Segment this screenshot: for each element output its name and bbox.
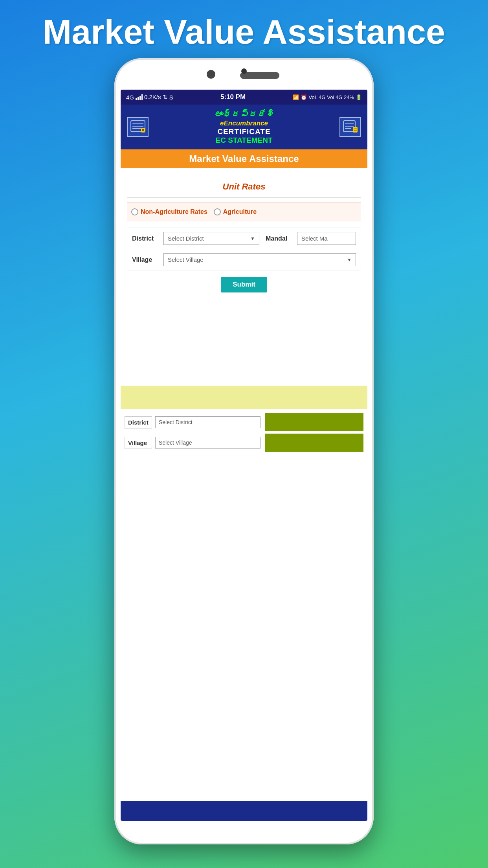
signal-icon: 📶	[293, 94, 299, 100]
unit-rates-title: Unit Rates	[127, 176, 361, 198]
orange-banner: Market Value Assistance	[121, 149, 367, 168]
bottom-district-row: District Select District	[125, 413, 363, 431]
bottom-yellow-section	[121, 386, 367, 409]
header-enc: eEncumbrance	[153, 120, 335, 127]
header-icon-left	[127, 117, 149, 137]
phone-screen: 4G 0.2K/s ⇅ S 5:10 PM 📶 ⏰ VoL 4G Vol 4G …	[121, 90, 367, 821]
header-cert: CERTIFICATE	[153, 127, 335, 136]
signal-bar-3	[139, 96, 141, 100]
bottom-village-row: Village Select Village	[125, 434, 363, 452]
village-chevron-down-icon: ▼	[347, 257, 352, 263]
signal-bar-1	[136, 98, 137, 100]
app-header: ఆంధ్రప్రదేశ్ eEncumbrance CERTIFICATE EC…	[121, 105, 367, 149]
bottom-district-select-text: Select District	[159, 419, 193, 425]
battery-percent: Vol 4G 24%	[327, 94, 354, 100]
district-select-wrapper[interactable]: Select District ▼	[163, 232, 259, 245]
status-right: 📶 ⏰ VoL 4G Vol 4G 24% 🔋	[293, 94, 362, 100]
mandal-label: Mandal	[266, 235, 293, 242]
header-ec: EC STATEMENT	[153, 136, 335, 145]
bottom-village-select[interactable]: Select Village	[155, 437, 261, 449]
status-bar: 4G 0.2K/s ⇅ S 5:10 PM 📶 ⏰ VoL 4G Vol 4G …	[121, 90, 367, 105]
district-label: District	[132, 235, 160, 242]
village-select-wrapper[interactable]: Select Village ▼	[163, 253, 356, 266]
mandal-select-text: Select Ma	[301, 235, 352, 242]
status-left: 4G 0.2K/s ⇅ S	[126, 94, 173, 101]
signal-bars	[136, 94, 143, 100]
volte-label: VoL 4G	[308, 94, 325, 100]
radio-non-agriculture[interactable]: Non-Agriculture Rates	[131, 208, 207, 215]
unit-rates-text: Unit Rates	[223, 182, 266, 191]
content-area: Unit Rates Non-Agriculture Rates Agricul…	[121, 168, 367, 307]
header-icon-right	[339, 117, 361, 137]
battery-icon: 🔋	[356, 94, 362, 100]
sync-icon: S	[169, 94, 173, 101]
signal-bar-4	[141, 94, 143, 100]
network-label: 4G	[126, 94, 134, 101]
signal-bar-2	[138, 97, 139, 100]
village-row: Village Select Village ▼	[127, 249, 361, 270]
radio-label-non-agri: Non-Agriculture Rates	[141, 208, 207, 215]
status-time: 5:10 PM	[220, 93, 246, 101]
radio-circle-agri[interactable]	[214, 208, 221, 215]
svg-rect-4	[141, 128, 145, 132]
bottom-nav-bar	[121, 801, 367, 821]
district-mandal-row: District Select District ▼ Mandal Select…	[127, 228, 361, 249]
camera-dot	[241, 68, 247, 74]
banner-text: Market Value Assistance	[189, 153, 299, 164]
bottom-white-spacer	[121, 307, 367, 386]
svg-rect-11	[353, 127, 358, 132]
district-chevron-down-icon: ▼	[250, 236, 255, 241]
village-select-text: Select Village	[168, 256, 347, 263]
data-speed: 0.2K/s ⇅	[144, 94, 168, 101]
bottom-district-select[interactable]: Select District	[155, 416, 261, 428]
mandal-select-wrapper[interactable]: Select Ma	[297, 232, 356, 245]
bottom-village-label: Village	[125, 437, 152, 449]
bottom-district-label: District	[125, 416, 152, 428]
bottom-form-area: District Select District Village Select …	[121, 409, 367, 458]
radio-label-agri: Agriculture	[223, 208, 257, 215]
bottom-village-select-text: Select Village	[159, 440, 192, 446]
submit-row: Submit	[127, 270, 361, 299]
front-camera	[207, 70, 215, 79]
radio-circle-non-agri[interactable]	[131, 208, 138, 215]
form-section: District Select District ▼ Mandal Select…	[127, 228, 361, 299]
submit-button[interactable]: Submit	[221, 277, 267, 292]
radio-agriculture[interactable]: Agriculture	[214, 208, 257, 215]
phone-frame: 4G 0.2K/s ⇅ S 5:10 PM 📶 ⏰ VoL 4G Vol 4G …	[114, 58, 374, 844]
alarm-icon: ⏰	[301, 94, 307, 100]
district-select-text: Select District	[168, 235, 250, 242]
radio-section: Non-Agriculture Rates Agriculture	[127, 202, 361, 221]
header-telugu: ఆంధ్రప్రదేశ్	[153, 109, 335, 120]
bottom-green-block-1	[265, 413, 363, 431]
header-title-block: ఆంధ్రప్రదేశ్ eEncumbrance CERTIFICATE EC…	[153, 109, 335, 145]
page-background-title: Market Value Assistance	[0, 12, 488, 52]
village-label: Village	[132, 256, 160, 263]
bottom-green-block-2	[265, 434, 363, 452]
